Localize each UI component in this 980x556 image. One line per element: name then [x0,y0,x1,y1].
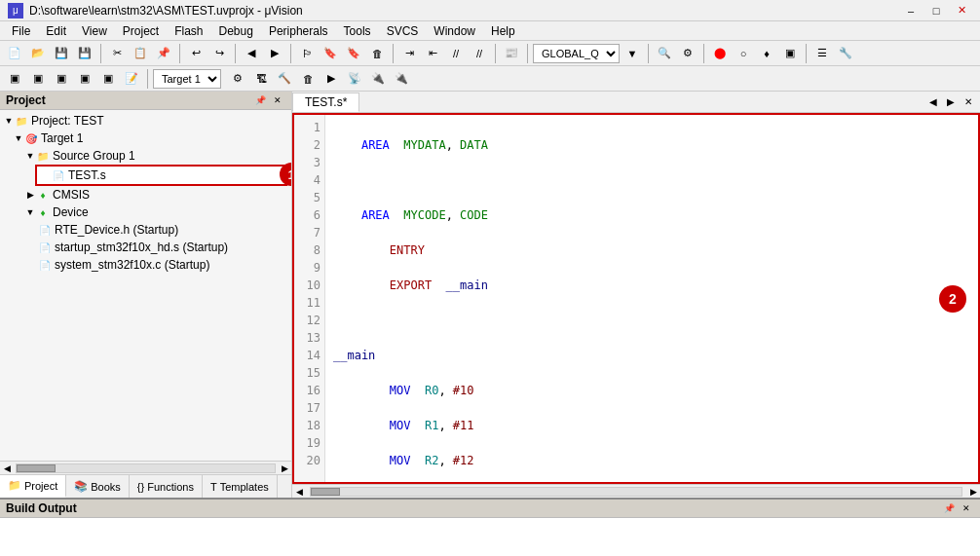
tb2-settings-button[interactable]: ⚙ [227,68,248,90]
menu-flash[interactable]: Flash [167,21,210,41]
editor-tab-testfile[interactable]: TEST.s* [292,93,359,112]
code-content[interactable]: AREA MYDATA, DATA AREA MYCODE, CODE ENTR… [325,115,978,482]
cmsis-expand-icon[interactable]: ▶ [25,190,35,200]
tb2-btn5[interactable]: ▣ [97,68,119,90]
tab-functions-icon: {} [137,481,144,493]
tab-books[interactable]: 📚 Books [66,475,130,498]
combo-go-button[interactable]: ▼ [622,43,643,64]
device-expand-icon[interactable]: ▼ [25,207,35,217]
target-expand-icon[interactable]: ▼ [14,133,23,143]
comment-button[interactable]: // [445,43,467,64]
extra-btn[interactable]: 🔧 [835,43,856,64]
code-editor[interactable]: 1 2 3 4 5 6 7 8 9 10 11 12 13 14 15 16 1 [292,113,980,484]
tb2-btn7[interactable]: ▶ [320,68,342,90]
unindent-button[interactable]: ⇤ [422,43,443,64]
tree-item-testfile[interactable]: 📄 TEST.s 1 [35,165,287,186]
redo-button[interactable]: ↪ [208,43,230,64]
editor-tab-prev-button[interactable]: ◀ [925,94,941,110]
next-bookmark-button[interactable]: 🔖 [343,43,364,64]
tab-project[interactable]: 📁 Project [0,475,66,498]
code-line-6 [333,312,970,329]
sidebar-scrollbar[interactable]: ◀ ▶ [0,461,291,474]
sidebar-scroll-track[interactable] [16,463,276,473]
find-button[interactable]: 🔍 [654,43,675,64]
tb2-btn8[interactable]: 📡 [344,68,365,90]
tb2-rebuild-button[interactable]: 🔨 [274,68,295,90]
settings-button[interactable]: ⚙ [677,43,698,64]
tb2-btn6[interactable]: 📝 [121,68,142,90]
editor-scrollbar-thumb[interactable] [311,488,340,496]
menu-tools[interactable]: Tools [336,21,379,41]
tree-item-device[interactable]: ▼ ♦ Device [0,204,291,221]
code-line-2 [333,171,970,189]
build-status-button[interactable]: ○ [733,43,754,64]
tb2-btn10[interactable]: 🔌 [391,68,412,90]
uncomment-button[interactable]: // [469,43,490,64]
menu-file[interactable]: File [4,21,38,41]
editor-scrollbar[interactable]: ◀ ▶ [292,484,980,498]
copy-button[interactable]: 📋 [130,43,151,64]
sidebar-scroll-thumb[interactable] [17,464,56,472]
menu-edit[interactable]: Edit [38,21,74,41]
menu-svcs[interactable]: SVCS [379,21,427,41]
maximize-button[interactable]: □ [925,0,947,21]
ln-15: 15 [294,364,324,382]
tree-item-sourcegroup[interactable]: ▼ 📁 Source Group 1 [0,147,291,165]
tb2-btn1[interactable]: ▣ [4,68,25,90]
tb2-btn2[interactable]: ▣ [27,68,49,90]
build-output-close-button[interactable]: ✕ [959,501,974,515]
menu-help[interactable]: Help [483,21,523,41]
menu-view[interactable]: View [74,21,115,41]
sidebar-close-button[interactable]: ✕ [270,93,285,107]
tab-books-label: Books [91,481,121,493]
tree-item-target[interactable]: ▼ 🎯 Target 1 [0,130,291,147]
prev-bookmark-button[interactable]: 🔖 [320,43,341,64]
tree-item-startup[interactable]: 📄 startup_stm32f10x_hd.s (Startup) [0,239,291,256]
tree-item-cmsis[interactable]: ▶ ♦ CMSIS [0,186,291,204]
target-selector[interactable]: Target 1 [153,69,221,89]
target-settings-button[interactable]: ☰ [811,43,833,64]
tb2-clean-button[interactable]: 🗑 [297,68,319,90]
menu-project[interactable]: Project [115,21,167,41]
open-button[interactable]: 📂 [27,43,49,64]
save-button[interactable]: 💾 [51,43,72,64]
close-button[interactable]: ✕ [951,0,972,21]
tab-templates[interactable]: T Templates [203,475,278,498]
menu-window[interactable]: Window [426,21,483,41]
build-btn2[interactable]: ♦ [756,43,777,64]
insert-header-button[interactable]: 📰 [501,43,522,64]
tb2-btn9[interactable]: 🔌 [367,68,389,90]
editor-close-button[interactable]: ✕ [961,94,976,110]
indent-button[interactable]: ⇥ [398,43,420,64]
undo-button[interactable]: ↩ [185,43,207,64]
annotation-1: 1 [280,163,291,186]
global-q-combo[interactable]: GLOBAL_Q [533,44,620,63]
menu-peripherals[interactable]: Peripherals [261,21,336,41]
expand-icon[interactable]: ▼ [4,116,14,126]
nav-back-button[interactable]: ◀ [241,43,262,64]
tb2-btn4[interactable]: ▣ [74,68,95,90]
tab-functions[interactable]: {} Functions [130,475,203,498]
sg-expand-icon[interactable]: ▼ [25,151,35,161]
build-output-pin-button[interactable]: 📌 [941,501,957,515]
tb2-btn3[interactable]: ▣ [51,68,72,90]
editor-scrollbar-track[interactable] [310,487,962,497]
menu-debug[interactable]: Debug [211,21,261,41]
paste-button[interactable]: 📌 [153,43,174,64]
cut-button[interactable]: ✂ [106,43,128,64]
bookmark-button[interactable]: 🏳 [296,43,318,64]
nav-fwd-button[interactable]: ▶ [264,43,285,64]
save-all-button[interactable]: 💾 [74,43,95,64]
tree-item-rtedevice[interactable]: 📄 RTE_Device.h (Startup) [0,221,291,239]
sidebar-pin-button[interactable]: 📌 [252,93,268,107]
build-btn3[interactable]: ▣ [779,43,801,64]
tree-item-system[interactable]: 📄 system_stm32f10x.c (Startup) [0,256,291,274]
minimize-button[interactable]: – [900,0,922,21]
build-stop-button[interactable]: ⬤ [709,43,731,64]
new-file-button[interactable]: 📄 [4,43,25,64]
tb2-build-button[interactable]: 🏗 [250,68,272,90]
editor-tab-next-button[interactable]: ▶ [943,94,959,110]
window-controls[interactable]: – □ ✕ [900,0,972,21]
tree-item-project[interactable]: ▼ 📁 Project: TEST [0,112,291,130]
clear-bookmarks-button[interactable]: 🗑 [366,43,388,64]
